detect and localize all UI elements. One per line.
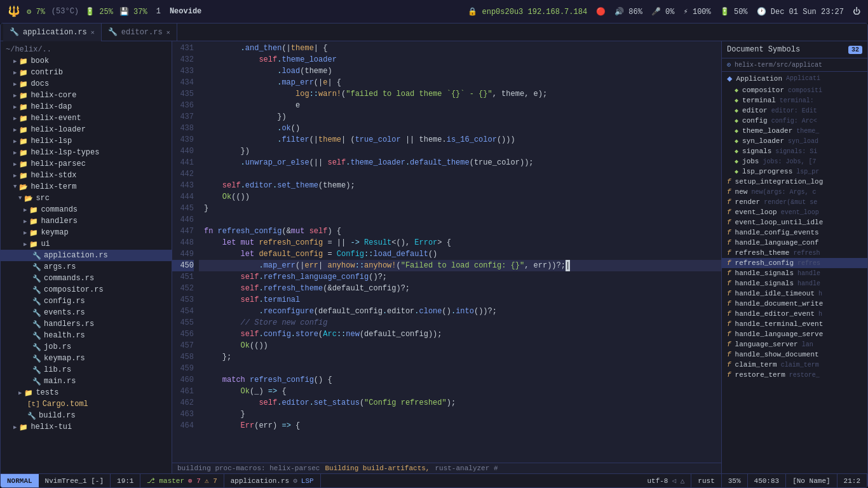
tree-item-events-rs[interactable]: 🔧 events.rs: [1, 307, 172, 318]
symbol-compositor[interactable]: ◆ compositor compositi: [722, 85, 867, 95]
symbol-handle_idle_timeout[interactable]: f handle_idle_timeout h: [722, 288, 867, 299]
tree-label: application.rs: [44, 251, 108, 260]
symbol-theme_loader[interactable]: ◆ theme_loader theme_: [722, 126, 867, 136]
tree-item-cargo-toml[interactable]: [t] Cargo.toml: [1, 398, 172, 410]
tab-close-button-2[interactable]: ✕: [166, 29, 170, 36]
tree-label: handlers.rs: [44, 320, 94, 329]
tab-editor-rs[interactable]: 🔧 editor.rs ✕: [102, 24, 177, 41]
tree-item-helix-loader[interactable]: ▶ 📁 helix-loader: [1, 124, 172, 135]
tree-item-commands[interactable]: ▶ 📁 commands: [1, 204, 172, 215]
symbol-lsp_progress[interactable]: ◆ lsp_progress lsp_pr: [722, 166, 867, 177]
tree-item-health-rs[interactable]: 🔧 health.rs: [1, 330, 172, 341]
symbol-render[interactable]: f render render(&mut se: [722, 197, 867, 207]
tree-item-lib-rs[interactable]: 🔧 lib.rs: [1, 364, 172, 376]
symbol-name: handle_document_write: [735, 300, 824, 308]
symbol-name: handle_terminal_event: [735, 320, 824, 328]
symbol-event_loop[interactable]: f event_loop event_loop: [722, 207, 867, 217]
symbol-type-icon: ◆: [735, 147, 738, 155]
symbol-handle_terminal_event[interactable]: f handle_terminal_event: [722, 319, 867, 329]
tree-item-helix-core[interactable]: ▶ 📁 helix-core: [1, 90, 172, 101]
tree-item-build-rs[interactable]: 🔧 build.rs: [1, 410, 172, 421]
symbol-name: restore_term: [735, 371, 785, 379]
tab-label: application.rs: [23, 28, 87, 37]
tree-item-docs[interactable]: ▶ 📁 docs: [1, 78, 172, 90]
symbol-handle_signals-1[interactable]: f handle_signals handle: [722, 268, 867, 278]
tree-item-helix-lsp[interactable]: ▶ 📁 helix-lsp: [1, 135, 172, 147]
tree-label: helix-tui: [31, 423, 72, 431]
tree-item-helix-parsec[interactable]: ▶ 📁 helix-parsec: [1, 158, 172, 170]
power-button[interactable]: ⏻: [853, 7, 860, 17]
tree-item-helix-lsp-types[interactable]: ▶ 📁 helix-lsp-types: [1, 147, 172, 158]
tree-item-config-rs[interactable]: 🔧 config.rs: [1, 295, 172, 307]
cursor-position-label: 19:1: [117, 477, 133, 485]
symbol-name: theme_loader: [742, 127, 792, 135]
symbol-refresh_theme[interactable]: f refresh_theme refresh: [722, 248, 867, 258]
tree-label: ui: [41, 240, 50, 248]
tree-item-commands-rs[interactable]: 🔧 commands.rs: [1, 273, 172, 284]
cursor-pos-label: 450:83: [754, 477, 780, 485]
tree-item-contrib[interactable]: ▶ 📁 contrib: [1, 67, 172, 78]
symbol-language_server[interactable]: f language_server lan: [722, 339, 867, 349]
tree-item-job-rs[interactable]: 🔧 job.rs: [1, 341, 172, 353]
tree-item-book[interactable]: ▶ 📁 book: [1, 55, 172, 67]
symbol-new[interactable]: f new new(args: Args, c: [722, 187, 867, 197]
symbol-handle_language_server[interactable]: f handle_language_serve: [722, 329, 867, 339]
symbol-claim_term[interactable]: f claim_term claim_term: [722, 360, 867, 370]
symbol-type-icon: ◆: [735, 86, 738, 94]
symbol-handle_show_document[interactable]: f handle_show_document: [722, 349, 867, 360]
app-name: Neovide: [170, 7, 201, 16]
symbol-detail: config: Arc<: [771, 118, 817, 125]
symbol-config[interactable]: ◆ config config: Arc<: [722, 116, 867, 126]
symbol-handle_editor_event[interactable]: f handle_editor_event h: [722, 309, 867, 319]
tree-item-handlers[interactable]: ▶ 📁 handlers: [1, 215, 172, 227]
tree-item-helix-dap[interactable]: ▶ 📁 helix-dap: [1, 101, 172, 112]
app-menu-icon[interactable]: 🔱: [8, 5, 20, 18]
symbol-handle_config_events[interactable]: f handle_config_events: [722, 227, 867, 238]
tab-close-button[interactable]: ✕: [91, 29, 95, 36]
folder-icon: 📁: [19, 137, 28, 146]
chevron-icon: ▶: [13, 115, 17, 122]
status-encoding: utf-8 ◁ △: [641, 474, 691, 488]
file-tree[interactable]: ~/helix/.. ▶ 📁 book ▶ 📁 contrib ▶ 📁 docs: [1, 41, 172, 473]
symbol-editor[interactable]: ◆ editor editor: Edit: [722, 105, 867, 116]
tree-item-compositor-rs[interactable]: 🔧 compositor.rs: [1, 284, 172, 295]
code-editor[interactable]: 431432433434435 436437438439440 44144244…: [172, 41, 721, 473]
symbol-name: jobs: [742, 158, 759, 165]
tree-item-keymap-rs[interactable]: 🔧 keymap.rs: [1, 353, 172, 364]
symbol-handle_document_write[interactable]: f handle_document_write: [722, 299, 867, 309]
tree-item-args-rs[interactable]: 🔧 args.rs: [1, 261, 172, 273]
symbol-event_loop_until_idle[interactable]: f event_loop_until_idle: [722, 217, 867, 227]
tree-item-ui[interactable]: ▶ 📁 ui: [1, 238, 172, 250]
code-line-440: }): [199, 146, 721, 157]
symbol-refresh_config[interactable]: f refresh_config refres: [722, 258, 867, 268]
symbol-setup_integration_log[interactable]: f setup_integration_log: [722, 177, 867, 187]
symbol-terminal[interactable]: ◆ terminal terminal:: [722, 95, 867, 105]
symbol-signals[interactable]: ◆ signals signals: Si: [722, 146, 867, 156]
file-icon: 🔧: [32, 377, 41, 386]
symbol-name: refresh_theme: [735, 249, 790, 257]
symbol-handle_signals-2[interactable]: f handle_signals handle: [722, 278, 867, 288]
symbol-syn_loader[interactable]: ◆ syn_loader syn_load: [722, 136, 867, 146]
tree-item-keymap[interactable]: ▶ 📁 keymap: [1, 227, 172, 238]
tab-application-rs[interactable]: 🔧 application.rs ✕: [3, 24, 102, 41]
symbol-name: claim_term: [735, 361, 777, 369]
tree-label: keymap.rs: [44, 354, 85, 363]
symbol-restore_term[interactable]: f restore_term restore_: [722, 370, 867, 380]
code-line-456: self.config.store(Arc::new(default_confi…: [199, 329, 721, 340]
symbol-jobs[interactable]: ◆ jobs jobs: Jobs, [7: [722, 156, 867, 166]
tree-item-helix-event[interactable]: ▶ 📁 helix-event: [1, 112, 172, 124]
symbol-Application[interactable]: ◆ Application Applicati: [722, 72, 867, 85]
tree-item-helix-stdx[interactable]: ▶ 📁 helix-stdx: [1, 170, 172, 181]
tree-item-helix-term[interactable]: ▼ 📂 helix-term: [1, 181, 172, 193]
tree-item-main-rs[interactable]: 🔧 main.rs: [1, 376, 172, 387]
tree-item-src[interactable]: ▼ 📂 src: [1, 193, 172, 204]
symbol-type-icon: f: [727, 259, 731, 267]
tree-item-handlers-rs[interactable]: 🔧 handlers.rs: [1, 318, 172, 330]
tree-item-tests[interactable]: ▶ 📁 tests: [1, 387, 172, 398]
git-branch-name: master: [159, 477, 184, 485]
tree-label: src: [36, 194, 50, 203]
tree-item-helix-tui[interactable]: ▶ 📁 helix-tui: [1, 421, 172, 433]
symbol-handle_language_config[interactable]: f handle_language_conf: [722, 238, 867, 248]
code-lines[interactable]: .and_then(|theme| { self.theme_loader .l…: [199, 41, 721, 463]
tree-item-application-rs[interactable]: 🔧 application.rs: [1, 250, 172, 261]
